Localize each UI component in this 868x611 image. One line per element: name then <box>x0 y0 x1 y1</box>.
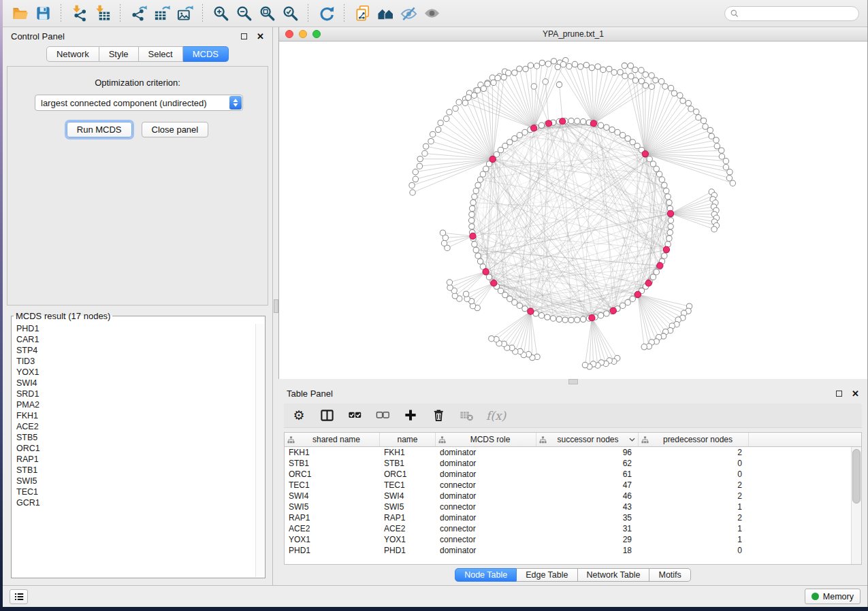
table-scrollbar[interactable] <box>851 447 861 564</box>
table-row[interactable]: SWI4SWI4dominator462 <box>285 491 861 501</box>
table-row[interactable]: ACE2ACE2connector311 <box>285 523 861 534</box>
network-canvas[interactable] <box>279 42 867 379</box>
create-column-button[interactable] <box>402 408 419 424</box>
table-cell[interactable]: RAP1 <box>380 513 436 523</box>
table-cell[interactable]: 1 <box>639 524 749 533</box>
table-cell[interactable]: dominator <box>436 491 536 501</box>
result-list-scrollbar[interactable] <box>255 324 264 577</box>
table-cell[interactable]: connector <box>436 480 536 490</box>
horizontal-splitter[interactable] <box>278 379 867 384</box>
import-network-button[interactable] <box>67 3 91 24</box>
table-cell[interactable]: 18 <box>536 546 639 555</box>
vertical-splitter[interactable] <box>272 27 278 585</box>
table-row[interactable]: RAP1RAP1dominator352 <box>285 512 861 523</box>
table-cell[interactable]: 61 <box>536 469 639 479</box>
table-cell[interactable]: dominator <box>436 448 536 457</box>
result-list-item[interactable]: SWI5 <box>16 476 264 486</box>
table-cell[interactable]: 2 <box>639 491 749 501</box>
result-list-item[interactable]: ORC1 <box>16 443 264 454</box>
table-scrollbar-thumb[interactable] <box>852 449 861 503</box>
table-cell[interactable]: STB1 <box>285 459 380 468</box>
tab-node-table[interactable]: Node Table <box>455 568 517 582</box>
delete-columns-button[interactable] <box>430 408 447 424</box>
result-list-item[interactable]: SRD1 <box>16 389 264 399</box>
table-cell[interactable]: dominator <box>436 469 536 479</box>
import-table-button[interactable] <box>91 3 114 24</box>
result-list-item[interactable]: PHD1 <box>16 323 264 334</box>
table-cell[interactable]: YOX1 <box>285 535 380 544</box>
result-list-item[interactable]: YOX1 <box>16 367 264 378</box>
table-cell[interactable]: 62 <box>536 459 639 468</box>
table-cell[interactable]: 43 <box>536 502 639 512</box>
table-cell[interactable]: YOX1 <box>380 535 436 544</box>
table-cell[interactable]: ACE2 <box>285 524 380 533</box>
table-cell[interactable]: TEC1 <box>285 480 380 490</box>
zoom-selected-button[interactable] <box>278 3 302 24</box>
manage-networks-button[interactable] <box>351 3 374 24</box>
table-cell[interactable]: SWI4 <box>285 491 380 501</box>
table-cell[interactable]: 1 <box>639 502 749 512</box>
result-list-item[interactable]: GCR1 <box>16 497 264 508</box>
table-cell[interactable]: 0 <box>639 459 749 468</box>
apply-layout-button[interactable] <box>315 3 338 24</box>
table-row[interactable]: ORC1ORC1dominator610 <box>285 469 861 480</box>
table-row[interactable]: YOX1YOX1connector291 <box>285 534 861 545</box>
table-cell[interactable]: 2 <box>639 448 749 457</box>
search-box[interactable] <box>724 6 859 21</box>
table-cell[interactable]: dominator <box>436 513 536 523</box>
tab-network[interactable]: Network <box>46 46 99 62</box>
tab-edge-table[interactable]: Edge Table <box>517 568 577 582</box>
result-list-item[interactable]: FKH1 <box>16 410 264 421</box>
export-network-button[interactable] <box>127 3 150 24</box>
table-cell[interactable]: connector <box>436 502 536 512</box>
table-cell[interactable]: dominator <box>436 546 536 555</box>
mcds-result-list[interactable]: PHD1CAR1STP4TID3YOX1SWI4SRD1PMA2FKH1ACE2… <box>12 322 264 577</box>
table-row[interactable]: FKH1FKH1dominator962 <box>285 447 861 458</box>
close-panel-icon[interactable]: ✕ <box>257 32 264 41</box>
table-cell[interactable]: FKH1 <box>380 448 436 457</box>
table-row[interactable]: SWI5SWI5connector431 <box>285 501 861 512</box>
table-cell[interactable]: SWI4 <box>380 491 436 501</box>
tab-motifs[interactable]: Motifs <box>649 568 690 582</box>
table-cell[interactable]: SWI5 <box>380 502 436 512</box>
result-list-item[interactable]: RAP1 <box>16 454 264 465</box>
result-list-item[interactable]: SWI4 <box>16 378 264 389</box>
table-cell[interactable]: 2 <box>639 480 749 490</box>
table-cell[interactable]: 1 <box>639 535 749 544</box>
table-mode-gear-button[interactable]: ⚙ <box>291 408 307 424</box>
table-cell[interactable]: 47 <box>536 480 639 490</box>
save-session-button[interactable] <box>31 3 54 24</box>
table-cell[interactable]: SWI5 <box>285 502 380 512</box>
table-cell[interactable]: dominator <box>436 459 536 468</box>
run-mcds-button[interactable]: Run MCDS <box>67 122 132 137</box>
table-cell[interactable]: ORC1 <box>285 469 380 479</box>
zoom-out-button[interactable] <box>232 3 255 24</box>
table-cell[interactable]: 2 <box>639 513 749 523</box>
tab-network-table[interactable]: Network Table <box>578 568 650 582</box>
table-cell[interactable]: STB1 <box>380 459 436 468</box>
unselect-all-rows-button[interactable] <box>374 408 391 424</box>
result-list-item[interactable]: STB5 <box>16 432 264 443</box>
hide-selected-button[interactable] <box>397 3 420 24</box>
select-all-rows-button[interactable] <box>347 408 363 424</box>
export-image-button[interactable] <box>173 3 196 24</box>
open-session-button[interactable] <box>8 3 31 24</box>
result-list-item[interactable]: ACE2 <box>16 421 264 432</box>
splitter-handle[interactable] <box>568 379 578 384</box>
table-cell[interactable]: connector <box>436 524 536 533</box>
tab-select[interactable]: Select <box>139 46 183 62</box>
column-header-successor-nodes[interactable]: successor nodes <box>536 433 639 446</box>
table-cell[interactable]: PHD1 <box>285 546 380 555</box>
tab-style[interactable]: Style <box>99 46 139 62</box>
first-neighbors-button[interactable] <box>374 3 397 24</box>
column-header-name[interactable]: name <box>380 433 436 446</box>
column-header-MCDS-role[interactable]: MCDS role <box>436 433 536 446</box>
task-history-button[interactable] <box>10 589 28 604</box>
float-panel-icon[interactable] <box>836 391 842 397</box>
result-list-item[interactable]: STB1 <box>16 465 264 476</box>
network-graph[interactable] <box>279 42 867 379</box>
table-row[interactable]: PHD1PHD1dominator180 <box>285 545 861 556</box>
table-cell[interactable]: 0 <box>639 546 749 555</box>
float-panel-icon[interactable] <box>241 33 247 39</box>
table-cell[interactable]: connector <box>436 535 536 544</box>
